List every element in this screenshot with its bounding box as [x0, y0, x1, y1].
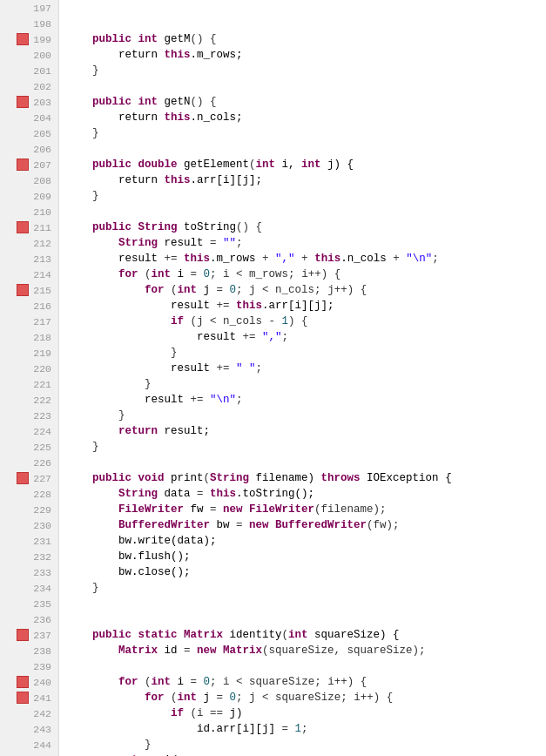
line-number: 235 [30, 598, 55, 610]
code-token: } [145, 378, 152, 390]
code-token: public String [66, 221, 184, 233]
code-token: result [165, 237, 211, 249]
code-row: id.arr[i][j] = 1; [66, 721, 546, 737]
code-token: } [145, 739, 152, 751]
code-token: new [197, 645, 217, 657]
line-number: 210 [30, 206, 55, 218]
code-token: int [178, 692, 198, 704]
breakpoint-marker[interactable] [17, 692, 29, 704]
code-token: (filename); [314, 503, 387, 516]
code-token: data [165, 488, 198, 500]
code-token [66, 692, 145, 704]
line-number: 239 [30, 661, 55, 672]
breakpoint-marker[interactable] [17, 676, 29, 688]
code-token: = [184, 645, 197, 657]
code-row: public String toString() { [66, 219, 546, 235]
code-token: this [236, 300, 262, 312]
code-token: = [217, 692, 230, 704]
code-row: return this.m_rows; [66, 47, 546, 63]
gutter-row: 208 [0, 172, 58, 188]
code-row [66, 141, 546, 157]
code-token: += [243, 331, 263, 343]
code-token [66, 315, 171, 327]
gutter-row: 226 [0, 455, 58, 470]
gutter-row: 199 [0, 31, 58, 47]
code-row: } [66, 345, 546, 361]
gutter-row: 238 [0, 643, 58, 658]
code-row: for (int i = 0; i < m_rows; i++) { [66, 267, 546, 282]
code-token: + [393, 253, 406, 265]
code-token: = [197, 488, 210, 500]
breakpoint-marker[interactable] [17, 33, 29, 45]
line-number: 197 [30, 3, 55, 14]
code-token: = [217, 284, 230, 296]
code-token: squareSize) { [308, 629, 400, 641]
code-token: return [118, 425, 158, 437]
code-row [66, 0, 546, 16]
breakpoint-marker[interactable] [17, 96, 29, 108]
code-row: public void print(String filename) throw… [66, 470, 546, 486]
code-token: i, [275, 159, 301, 171]
gutter-row: 207 [0, 157, 58, 172]
breakpoint-marker[interactable] [17, 284, 29, 296]
line-number: 202 [30, 81, 55, 92]
code-token: ; i < squareSize; i++) { [210, 676, 367, 688]
code-token: .m_rows [210, 253, 262, 265]
line-number: 234 [30, 583, 55, 594]
gutter-row: 227 [0, 470, 58, 486]
code-row: bw.write(data); [66, 533, 546, 549]
gutter-row: 242 [0, 705, 58, 721]
code-token: ; [236, 394, 243, 406]
code-row [66, 455, 546, 470]
gutter-row: 245 [0, 753, 58, 756]
code-token: public static [66, 629, 178, 641]
line-number: 230 [30, 520, 55, 531]
code-row: public int getN() { [66, 94, 546, 110]
gutter-row: 243 [0, 721, 58, 737]
code-token: getElement [184, 159, 249, 171]
code-row [66, 204, 546, 219]
code-row: public double getElement(int i, int j) { [66, 157, 546, 172]
line-number: 221 [30, 379, 55, 390]
code-token: result; [158, 425, 210, 437]
code-token: (j < n_cols - [184, 315, 282, 327]
code-token: = [236, 519, 249, 531]
code-token: String [66, 488, 165, 500]
code-editor: 1971981992002012022032042052062072082092… [0, 0, 546, 756]
code-token: (squareSize, squareSize); [262, 645, 426, 657]
code-token: ( [249, 159, 256, 171]
line-number: 209 [30, 191, 55, 202]
code-token: i [171, 676, 191, 688]
line-number: 241 [30, 692, 55, 704]
line-number: 208 [30, 175, 55, 186]
code-row: } [66, 580, 546, 596]
gutter-row: 244 [0, 737, 58, 753]
code-row: return this.n_cols; [66, 110, 546, 125]
code-token: result [66, 253, 165, 265]
code-token: ; j < squareSize; i++) { [236, 692, 393, 704]
code-token: IOException { [361, 472, 452, 484]
code-token: toString [184, 221, 236, 233]
breakpoint-marker[interactable] [17, 472, 29, 484]
breakpoint-marker[interactable] [17, 629, 29, 641]
gutter-row: 213 [0, 251, 58, 267]
code-row [66, 16, 546, 31]
code-token: BufferedWriter [269, 519, 367, 531]
breakpoint-marker[interactable] [17, 221, 29, 233]
code-token: = [210, 237, 223, 249]
line-number: 242 [30, 708, 55, 719]
code-row: } [66, 63, 546, 78]
code-row: result += this.arr[i][j]; [66, 298, 546, 314]
code-token: + [262, 253, 275, 265]
breakpoint-marker[interactable] [17, 159, 29, 171]
code-token: public double [66, 159, 184, 171]
code-token: identity [230, 629, 282, 641]
code-token: BufferedWriter [66, 519, 217, 531]
code-token: Matrix [178, 629, 230, 641]
code-row: } [66, 376, 546, 392]
gutter-row: 230 [0, 517, 58, 533]
code-token: id.arr[i][j] [66, 723, 282, 735]
code-token: = [191, 676, 204, 688]
code-token: ; i < m_rows; i++) { [210, 268, 340, 280]
code-token [66, 284, 145, 296]
